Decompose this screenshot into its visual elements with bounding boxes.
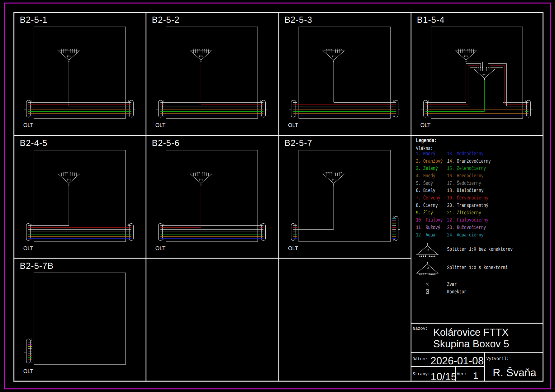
svg-text:B2-5-2: B2-5-2 [152,15,180,25]
svg-text:10. Fialový: 10. Fialový [416,217,443,223]
svg-text:B2-5-3: B2-5-3 [285,15,312,25]
svg-text:14. Oranžovočierny: 14. Oranžovočierny [447,158,491,164]
svg-text:6. Biely: 6. Biely [416,188,436,194]
svg-text:Názov:: Názov: [413,326,428,331]
svg-text:2. Oranžový: 2. Oranžový [416,158,443,164]
svg-text:OLT: OLT [23,368,34,374]
svg-text:OLT: OLT [155,122,166,128]
svg-text:3. Zelený: 3. Zelený [416,166,438,172]
svg-text:18. Bieločierny: 18. Bieločierny [447,188,484,194]
svg-text:1. Modrý: 1. Modrý [416,151,436,157]
svg-text:23. Ružovočierny: 23. Ružovočierny [447,224,486,231]
svg-text:20. Transparentný: 20. Transparentný [447,202,489,208]
svg-text:OLT: OLT [288,245,298,251]
svg-text:2026-01-08: 2026-01-08 [430,355,484,367]
svg-text:Strany:: Strany: [413,372,430,377]
svg-text:4. Hnedý: 4. Hnedý [416,173,436,179]
svg-text:Dátum:: Dátum: [413,357,428,362]
svg-text:16. Hnedočierny: 16. Hnedočierny [447,173,484,179]
svg-text:B2-5-7: B2-5-7 [285,138,312,148]
svg-text:19. Červenočierny: 19. Červenočierny [447,195,489,201]
svg-text:OLT: OLT [420,122,431,128]
svg-text:21. Žltočierny: 21. Žltočierny [447,210,481,216]
svg-text:7. Červený: 7. Červený [416,195,440,201]
svg-text:Konektor: Konektor [447,289,467,295]
svg-text:OLT: OLT [23,122,34,128]
svg-text:Splitter 1:X s konektormi: Splitter 1:X s konektormi [447,264,508,271]
svg-text:OLT: OLT [23,245,34,251]
svg-text:13. Modročierny: 13. Modročierny [447,151,484,157]
svg-text:Kolárovice FTTX: Kolárovice FTTX [433,327,509,338]
svg-text:Zvar: Zvar [447,282,457,288]
svg-text:B2-5-6: B2-5-6 [152,138,180,148]
svg-text:Legenda:: Legenda: [416,138,437,144]
svg-text:11. Ružový: 11. Ružový [416,224,440,231]
svg-text:24. Aqua-čierny: 24. Aqua-čierny [447,232,484,238]
svg-text:B2-5-1: B2-5-1 [20,15,47,25]
svg-text:Vytvoril:: Vytvoril: [486,357,509,362]
svg-text:Splitter 1:X bez konektorov: Splitter 1:X bez konektorov [447,246,513,253]
svg-text:12. Aqua: 12. Aqua [416,232,436,238]
svg-text:17. Šedočierny: 17. Šedočierny [447,180,481,186]
svg-text:OLT: OLT [288,122,298,128]
svg-text:B2-4-5: B2-4-5 [20,138,47,148]
svg-text:B1-5-4: B1-5-4 [417,15,445,25]
svg-text:Skupina Boxov 5: Skupina Boxov 5 [433,338,509,349]
svg-text:OLT: OLT [155,245,166,251]
svg-text:1: 1 [473,371,478,381]
svg-text:B2-5-7B: B2-5-7B [20,261,54,271]
svg-text:22. Fialovočierny: 22. Fialovočierny [447,217,489,223]
svg-text:R. Švaňa: R. Švaňa [493,367,536,379]
svg-text:5. Šedý: 5. Šedý [416,180,433,186]
svg-text:Ver:: Ver: [457,372,467,377]
svg-text:10/15: 10/15 [431,371,457,383]
svg-text:8. Čierny: 8. Čierny [416,202,438,208]
svg-text:9. Žltý: 9. Žltý [416,210,433,216]
svg-text:15. Zelenočierny: 15. Zelenočierny [447,166,486,172]
